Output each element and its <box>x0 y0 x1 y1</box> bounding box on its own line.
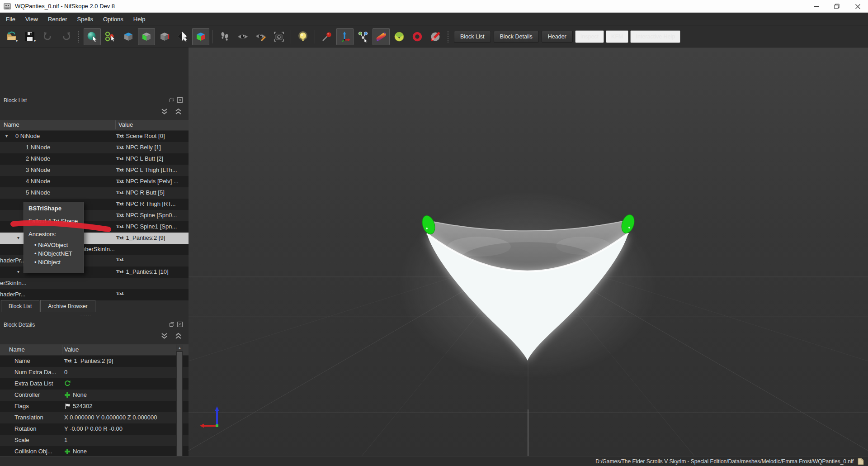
redo-button[interactable] <box>57 28 75 45</box>
toolbar-button-header[interactable]: Header <box>542 31 573 43</box>
tree-row-3-ninode[interactable]: 3 NiNodeTxtNPC L Thigh [LTh... <box>0 165 189 176</box>
expand-arrow-icon[interactable]: ▾ <box>5 134 8 138</box>
dock-tab-archive-browser[interactable]: Archive Browser <box>40 300 95 312</box>
half-diamond-button[interactable] <box>174 28 191 45</box>
gradient-bar-button[interactable] <box>373 28 390 45</box>
close-button[interactable] <box>847 0 868 13</box>
tree-row-5-ninode[interactable]: 5 NiNodeTxtNPC R Butt [5] <box>0 187 189 199</box>
select-vertex-button[interactable] <box>102 28 119 45</box>
column-header-name[interactable]: Name <box>4 121 19 128</box>
red-ring-button[interactable] <box>409 28 426 45</box>
detail-row-name[interactable]: NameTxt1_Panties:2 [9] <box>0 356 189 367</box>
tree-row-fragment-haderpr[interactable]: haderPr...Txt <box>0 289 189 300</box>
cube-green-face-icon <box>141 31 152 43</box>
cube-blue-top-button[interactable] <box>120 28 137 45</box>
column-header-value[interactable]: Value <box>118 121 133 128</box>
close-panel-icon[interactable] <box>177 322 183 327</box>
menu-bar: FileViewRenderSpellsOptionsHelp <box>0 13 868 26</box>
menu-view[interactable]: View <box>20 14 43 25</box>
viewport-3d[interactable] <box>189 48 868 456</box>
save-file-button[interactable]: ▾ <box>21 28 38 45</box>
detail-row-rotation[interactable]: RotationY -0.00 P 0.00 R -0.00 <box>0 423 189 435</box>
block-details-header[interactable]: Name Value <box>0 344 189 356</box>
toolbar-button-kfm[interactable]: KFM <box>606 30 628 43</box>
eye-button[interactable] <box>234 28 251 45</box>
collapse-all-icon[interactable] <box>175 333 182 339</box>
tree-row-value-text: NPC R Butt [5] <box>126 189 165 196</box>
detail-row-name: Collision Obj... <box>14 448 52 455</box>
detail-row-num-extra-da[interactable]: Num Extra Da...0 <box>0 367 189 378</box>
expand-arrow-icon[interactable]: ▾ <box>17 236 19 240</box>
scroll-up-icon[interactable]: ▲ <box>176 344 183 351</box>
collapse-all-icon[interactable] <box>175 108 182 115</box>
menu-spells[interactable]: Spells <box>72 14 98 25</box>
tree-row-fragment-erskinin[interactable]: erSkinIn... <box>0 278 189 289</box>
footprints-button[interactable] <box>216 28 233 45</box>
detail-row-controller[interactable]: ControllerNone <box>0 390 189 401</box>
tree-row-0-ninode[interactable]: ▾0 NiNodeTxtScene Root [0] <box>0 131 189 142</box>
column-header-value[interactable]: Value <box>64 346 79 353</box>
column-divider[interactable] <box>115 120 116 129</box>
tree-row-4-ninode[interactable]: 4 NiNodeTxtNPC Pelvis [Pelv] ... <box>0 176 189 187</box>
tree-row-value-text: 1_Panties:2 [9] <box>126 234 165 241</box>
pin-button[interactable] <box>318 28 335 45</box>
detail-row-scale[interactable]: Scale1 <box>0 435 189 446</box>
close-panel-icon[interactable] <box>177 97 183 103</box>
node-graph-button[interactable] <box>354 28 372 45</box>
minimize-button[interactable] <box>806 0 826 13</box>
menu-help[interactable]: Help <box>128 14 151 25</box>
expand-arrow-icon[interactable]: ▾ <box>17 270 19 274</box>
toolbar-button-block-details[interactable]: Block Details <box>494 31 539 43</box>
dropdown-arrow-icon[interactable]: ▾ <box>16 39 18 43</box>
tree-row-1-ninode[interactable]: 1 NiNodeTxtNPC Belly [1] <box>0 142 189 153</box>
block-details-table: Name Value NameTxt1_Panties:2 [9]Num Ext… <box>0 344 189 466</box>
eye-icon <box>237 31 249 43</box>
expand-all-icon[interactable] <box>160 333 168 339</box>
cube-red-edge-button[interactable] <box>156 28 173 45</box>
detail-row-flags[interactable]: Flags524302 <box>0 401 189 412</box>
dock-tab-block-list[interactable]: Block List <box>1 300 39 312</box>
colored-cube-button[interactable] <box>192 28 209 45</box>
tree-row-2-ninode[interactable]: 2 NiNodeTxtNPC L Butt [2] <box>0 153 189 165</box>
detail-row-extra-data-list[interactable]: Extra Data List <box>0 378 189 390</box>
disable-slash-button[interactable] <box>427 28 444 45</box>
detail-row-value-text: Y -0.00 P 0.00 R -0.00 <box>64 425 123 432</box>
eye-edit-icon <box>255 31 267 43</box>
vertical-scrollbar[interactable]: ▲ ▼ <box>176 344 183 466</box>
lightbulb-button[interactable] <box>294 28 311 45</box>
screenshot-button[interactable] <box>270 28 288 45</box>
block-list-header[interactable]: Name Value <box>0 119 189 131</box>
panties-mesh[interactable] <box>396 190 659 380</box>
undo-button[interactable] <box>39 28 57 45</box>
detail-row-name: Rotation <box>14 425 36 432</box>
eye-edit-button[interactable] <box>252 28 269 45</box>
open-file-button[interactable]: ▾ <box>3 28 20 45</box>
move-axes-icon <box>339 31 351 43</box>
menu-render[interactable]: Render <box>43 14 72 25</box>
menu-options[interactable]: Options <box>98 14 128 25</box>
cube-green-face-button[interactable] <box>138 28 155 45</box>
column-divider[interactable] <box>62 345 62 354</box>
scrollbar-thumb[interactable] <box>177 352 182 466</box>
detail-row-value: 524302 <box>64 403 92 409</box>
red-ring-icon <box>411 31 423 43</box>
move-axes-button[interactable] <box>336 28 354 45</box>
dropdown-arrow-icon[interactable]: ▾ <box>34 39 36 43</box>
gauge-button[interactable] <box>391 28 408 45</box>
window-controls <box>806 0 868 13</box>
txt-type-icon: Txt <box>116 213 124 218</box>
select-object-sphere-button[interactable] <box>84 28 101 45</box>
disable-slash-icon <box>429 31 441 43</box>
column-header-name[interactable]: Name <box>9 346 25 353</box>
toolbar-button-interactive-help[interactable]: Interactive Help <box>630 30 680 43</box>
detail-row-value: Y -0.00 P 0.00 R -0.00 <box>64 425 123 432</box>
float-panel-icon[interactable] <box>169 322 175 327</box>
toolbar-button-block-list[interactable]: Block List <box>454 31 491 43</box>
menu-file[interactable]: File <box>1 14 20 25</box>
toolbar-button-inspect[interactable]: Inspect <box>575 30 604 43</box>
expand-all-icon[interactable] <box>160 108 168 115</box>
splitter-handle[interactable]: ...... <box>68 312 104 317</box>
detail-row-translation[interactable]: TranslationX 0.000000 Y 0.000000 Z 0.000… <box>0 412 189 423</box>
float-panel-icon[interactable] <box>169 97 175 103</box>
maximize-button[interactable] <box>826 0 847 13</box>
